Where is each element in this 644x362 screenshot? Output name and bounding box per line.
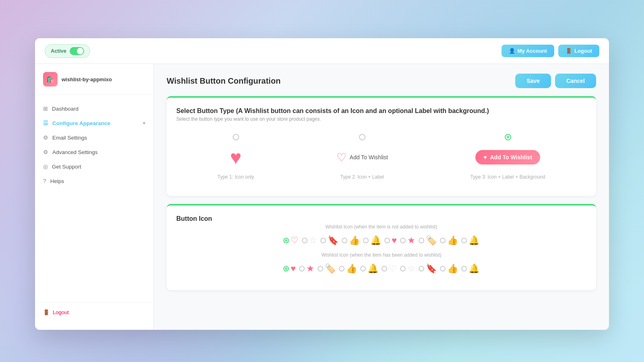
added-radio-bell-outline[interactable] bbox=[461, 266, 467, 272]
added-radio-heart-outline[interactable] bbox=[382, 266, 387, 272]
added-radio-star-outline[interactable] bbox=[400, 266, 406, 272]
added-icon-option-bookmark-solid[interactable]: 🏷️ bbox=[318, 263, 336, 274]
sidebar-logout-label: Logout bbox=[53, 309, 69, 315]
icon-option-heart-solid[interactable]: ♥ bbox=[384, 235, 397, 246]
radio-bookmark-solid[interactable] bbox=[419, 238, 424, 243]
radio-row-type3 bbox=[505, 134, 511, 140]
added-icon-option-thumbsup-outline[interactable]: 👍 bbox=[440, 263, 458, 274]
top-bar-right: 👤 My Account 🚪 Logout bbox=[502, 45, 599, 57]
sidebar-item-dashboard[interactable]: ⊞ Dashboard bbox=[35, 101, 153, 116]
added-thumbsup-solid-icon: 👍 bbox=[346, 263, 357, 274]
type1-display: ♥ bbox=[230, 145, 242, 169]
button-type-card: Select Button Type (A Wishlist button ca… bbox=[167, 96, 596, 196]
radio-row-type1 bbox=[233, 134, 239, 140]
added-icon-option-heart-outline[interactable]: ♡ bbox=[382, 263, 397, 274]
radio-bell-solid[interactable] bbox=[461, 238, 467, 243]
added-radio-star-solid[interactable] bbox=[299, 266, 305, 272]
icon-option-heart-outline[interactable]: ♡ bbox=[283, 235, 299, 246]
app-name: wishlist-by-appmixo bbox=[62, 76, 112, 82]
sidebar-item-helps[interactable]: ? Helps bbox=[35, 174, 153, 188]
heart-solid-icon: ♥ bbox=[230, 146, 242, 169]
radio-type1[interactable] bbox=[233, 134, 239, 140]
radio-bookmark-outline[interactable] bbox=[320, 238, 326, 243]
radio-bell-outline[interactable] bbox=[363, 238, 369, 243]
cancel-button[interactable]: Cancel bbox=[555, 74, 596, 88]
not-added-icon-row: ♡ ☆ 🔖 👍 bbox=[176, 235, 586, 246]
button-type-3[interactable]: ♥ Add To Wishlist Type 3: Icon + Label +… bbox=[471, 134, 545, 180]
button-icon-card: Button Icon Wishlist Icon (when the item… bbox=[167, 204, 596, 290]
added-radio-bookmark-outline[interactable] bbox=[419, 266, 424, 272]
added-radio-thumbsup-solid[interactable] bbox=[339, 266, 345, 272]
icon-option-bell-solid[interactable]: 🔔 bbox=[461, 235, 479, 246]
added-icon-option-heart-solid[interactable]: ♥ bbox=[283, 263, 296, 274]
radio-type2[interactable] bbox=[359, 134, 365, 140]
star-solid-icon: ★ bbox=[407, 235, 415, 246]
app-brand: 🛍️ wishlist-by-appmixo bbox=[35, 72, 153, 95]
chevron-down-icon: ▾ bbox=[143, 121, 145, 126]
top-logout-button[interactable]: 🚪 Logout bbox=[558, 45, 599, 57]
sidebar-item-get-support[interactable]: ◎ Get Support bbox=[35, 159, 153, 174]
dashboard-label: Dashboard bbox=[52, 106, 78, 112]
icon-option-bell-outline[interactable]: 🔔 bbox=[363, 235, 381, 246]
icon-option-thumbsup-outline[interactable]: 👍 bbox=[342, 235, 360, 246]
added-icon-option-star-solid[interactable]: ★ bbox=[299, 263, 314, 274]
icon-option-star-outline[interactable]: ☆ bbox=[302, 235, 317, 246]
nav-menu: ⊞ Dashboard ☰ Configure Appearance ▾ ⚙ E… bbox=[35, 95, 153, 302]
icon-option-thumbsup-solid[interactable]: 👍 bbox=[440, 235, 458, 246]
thumbsup-solid-icon: 👍 bbox=[447, 235, 458, 246]
configure-icon: ☰ bbox=[43, 120, 48, 126]
type3-text: Add To Wishlist bbox=[490, 154, 532, 160]
save-button[interactable]: Save bbox=[515, 74, 551, 88]
icon-option-star-solid[interactable]: ★ bbox=[400, 235, 415, 246]
radio-heart-outline[interactable] bbox=[283, 238, 289, 243]
wishlist-label-preview: ♡ Add To Wishlist bbox=[336, 151, 388, 164]
button-icon-card-body: Button Icon Wishlist Icon (when the item… bbox=[167, 206, 596, 290]
my-account-button[interactable]: 👤 My Account bbox=[502, 45, 554, 57]
active-label: Active bbox=[51, 48, 66, 54]
heart-btn-icon: ♥ bbox=[483, 154, 487, 160]
logout-icon-sidebar: 🚪 bbox=[43, 309, 50, 315]
added-icon-option-thumbsup-solid[interactable]: 👍 bbox=[339, 263, 357, 274]
radio-star-outline[interactable] bbox=[302, 238, 308, 243]
button-type-subtitle: Select the button type you want to use o… bbox=[176, 116, 586, 122]
added-star-solid-icon: ★ bbox=[306, 263, 314, 274]
app-window: Active 👤 My Account 🚪 Logout 🛍️ wishlist… bbox=[35, 38, 609, 330]
my-account-label: My Account bbox=[518, 48, 547, 54]
added-radio-bookmark-solid[interactable] bbox=[318, 266, 323, 272]
radio-thumbsup-outline[interactable] bbox=[342, 238, 347, 243]
button-types-container: ♥ Type 1: Icon only ♡ bbox=[176, 130, 586, 186]
toggle-switch[interactable] bbox=[70, 47, 84, 55]
added-radio-thumbsup-outline[interactable] bbox=[440, 266, 446, 272]
sidebar-item-advanced-settings[interactable]: ⚙ Advanced Settings bbox=[35, 145, 153, 159]
radio-star-solid[interactable] bbox=[400, 238, 406, 243]
heart-outline-icon: ♡ bbox=[336, 151, 347, 164]
sidebar-logout-button[interactable]: 🚪 Logout bbox=[43, 309, 145, 315]
icon-option-bookmark-outline[interactable]: 🔖 bbox=[320, 235, 339, 246]
button-type-2[interactable]: ♡ Add To Wishlist Type 2: Icon + Label bbox=[336, 134, 388, 180]
sidebar-item-email-settings[interactable]: ⚙ Email Settings bbox=[35, 130, 153, 145]
radio-heart-solid[interactable] bbox=[384, 238, 390, 243]
added-radio-heart-solid[interactable] bbox=[283, 266, 289, 272]
added-icon-option-bell-solid[interactable]: 🔔 bbox=[360, 263, 378, 274]
icon-option-bookmark-solid[interactable]: 🏷️ bbox=[419, 235, 437, 246]
wishlist-btn-preview: ♥ Add To Wishlist bbox=[475, 150, 540, 165]
added-star-outline-icon: ☆ bbox=[407, 263, 415, 274]
dashboard-icon: ⊞ bbox=[43, 105, 48, 112]
radio-row-type2 bbox=[359, 134, 365, 140]
added-radio-bell-solid[interactable] bbox=[360, 266, 366, 272]
support-icon: ◎ bbox=[43, 163, 48, 170]
sidebar-item-configure-appearance[interactable]: ☰ Configure Appearance ▾ bbox=[35, 116, 153, 130]
email-label: Email Settings bbox=[52, 135, 87, 141]
radio-type3[interactable] bbox=[505, 134, 511, 140]
radio-thumbsup-solid[interactable] bbox=[440, 238, 446, 243]
button-type-card-body: Select Button Type (A Wishlist button ca… bbox=[167, 98, 596, 196]
helps-label: Helps bbox=[50, 178, 64, 184]
email-icon: ⚙ bbox=[43, 134, 48, 141]
logout-icon: 🚪 bbox=[566, 48, 572, 54]
button-type-1[interactable]: ♥ Type 1: Icon only bbox=[217, 134, 254, 180]
main-layout: 🛍️ wishlist-by-appmixo ⊞ Dashboard ☰ Con… bbox=[35, 64, 609, 330]
added-icon-option-bookmark-outline[interactable]: 🔖 bbox=[419, 263, 437, 274]
added-icon-option-bell-outline[interactable]: 🔔 bbox=[461, 263, 479, 274]
active-toggle[interactable]: Active bbox=[45, 44, 90, 58]
added-icon-option-star-outline[interactable]: ☆ bbox=[400, 263, 415, 274]
